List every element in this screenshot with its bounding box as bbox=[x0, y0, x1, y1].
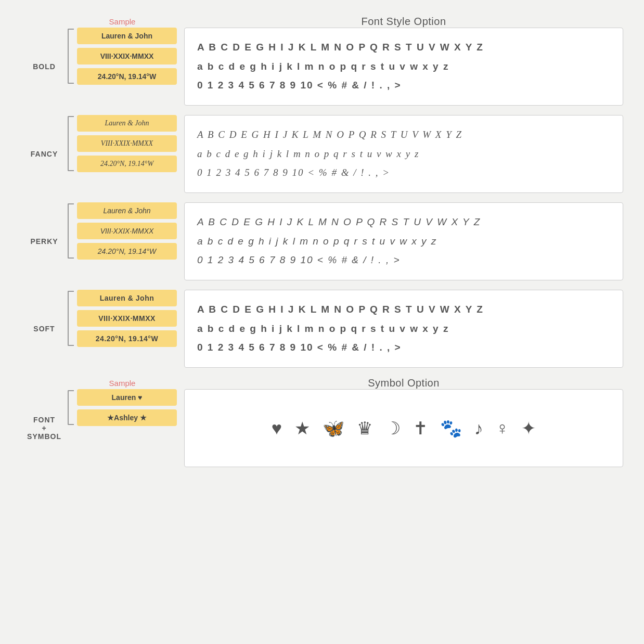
symbol-row: ♥★🦋♛☽✝🐾♪♀✦ bbox=[272, 418, 536, 439]
charset-box-soft: A B C D E G H I J K L M N O P Q R S T U … bbox=[184, 290, 623, 368]
bracket-left-perky bbox=[68, 203, 74, 259]
bracket-samples-bold: Lauren & JohnVIII·XXIX·MMXX24.20°N, 19.1… bbox=[68, 28, 177, 85]
sample-pills-soft: Lauren & JohnVIII·XXIX·MMXX24.20°N, 19.1… bbox=[77, 290, 177, 347]
symbol-option-header: Symbol Option bbox=[184, 377, 623, 389]
font-section-font-symbol: FONT + SYMBOLLauren ♥★Ashley ★♥★🦋♛☽✝🐾♪♀✦ bbox=[21, 389, 623, 467]
charset-line-soft-0: A B C D E G H I J K L M N O P Q R S T U … bbox=[197, 302, 610, 317]
sample-pills-bold: Lauren & JohnVIII·XXIX·MMXX24.20°N, 19.1… bbox=[77, 28, 177, 85]
symbol-box: ♥★🦋♛☽✝🐾♪♀✦ bbox=[184, 389, 623, 467]
symbol-icon-8: ♀ bbox=[496, 418, 509, 439]
symbol-icon-2: 🦋 bbox=[323, 418, 344, 439]
sample-column-header: Sample bbox=[68, 17, 177, 26]
section-label-fancy: FANCY bbox=[21, 115, 68, 193]
charset-box-bold: A B C D E G H I J K L M N O P Q R S T U … bbox=[184, 28, 623, 106]
section-label-perky: PERKY bbox=[21, 202, 68, 280]
bracket-samples-perky: Lauren & JohnVIII·XXIX·MMXX24.20°N, 19.1… bbox=[68, 202, 177, 260]
sample-pill-perky-0: Lauren & John bbox=[77, 202, 177, 219]
bracket-left-font-symbol bbox=[68, 390, 74, 425]
charset-line-fancy-0: A B C D E G H I J K L M N O P Q R S T U … bbox=[197, 127, 610, 143]
section-label-bold: BOLD bbox=[21, 28, 68, 106]
charset-line-bold-2: 0 1 2 3 4 5 6 7 8 9 10 < % # & / ! . , > bbox=[197, 78, 610, 93]
sample-pill-font-symbol-1: ★Ashley ★ bbox=[77, 409, 177, 426]
charset-line-perky-0: A B C D E G H I J K L M N O P Q R S T U … bbox=[197, 215, 610, 230]
symbol-icon-4: ☽ bbox=[385, 418, 401, 439]
charset-line-perky-1: a b c d e g h i j k l m n o p q r s t u … bbox=[197, 234, 610, 249]
symbol-icon-1: ★ bbox=[294, 418, 310, 439]
font-section-fancy: FANCYLauren & JohnVIII·XXIX·MMXX24.20°N,… bbox=[21, 115, 623, 193]
header-row: Sample Font Style Option bbox=[21, 16, 623, 28]
symbol-section-container: FONT + SYMBOLLauren ♥★Ashley ★♥★🦋♛☽✝🐾♪♀✦ bbox=[21, 389, 623, 467]
charset-line-fancy-2: 0 1 2 3 4 5 6 7 8 9 10 < % # & / ! . , > bbox=[197, 165, 610, 181]
symbol-icon-6: 🐾 bbox=[440, 418, 462, 439]
sample-pill-perky-2: 24.20°N, 19.14°W bbox=[77, 243, 177, 260]
bracket-samples-fancy: Lauren & JohnVIII·XXIX·MMXX24.20°N, 19.1… bbox=[68, 115, 177, 172]
symbol-icon-7: ♪ bbox=[474, 418, 483, 439]
symbol-header-row: Sample Symbol Option bbox=[21, 377, 623, 389]
bracket-left-bold bbox=[68, 29, 74, 84]
charset-line-soft-1: a b c d e g h i j k l m n o p q r s t u … bbox=[197, 321, 610, 337]
charset-line-bold-0: A B C D E G H I J K L M N O P Q R S T U … bbox=[197, 40, 610, 55]
sample-pill-bold-2: 24.20°N, 19.14°W bbox=[77, 68, 177, 85]
charset-line-bold-1: a b c d e g h i j k l m n o p q r s t u … bbox=[197, 59, 610, 74]
samples-col-perky: Lauren & JohnVIII·XXIX·MMXX24.20°N, 19.1… bbox=[68, 202, 177, 260]
sample-pill-fancy-0: Lauren & John bbox=[77, 115, 177, 132]
sample-pill-bold-1: VIII·XXIX·MMXX bbox=[77, 48, 177, 65]
font-section-soft: SOFTLauren & JohnVIII·XXIX·MMXX24.20°N, … bbox=[21, 290, 623, 368]
sample-pill-soft-0: Lauren & John bbox=[77, 290, 177, 306]
sample-pill-perky-1: VIII·XXIX·MMXX bbox=[77, 223, 177, 239]
font-section-bold: BOLDLauren & JohnVIII·XXIX·MMXX24.20°N, … bbox=[21, 28, 623, 106]
sample-pill-bold-0: Lauren & John bbox=[77, 28, 177, 44]
bracket-samples-soft: Lauren & JohnVIII·XXIX·MMXX24.20°N, 19.1… bbox=[68, 290, 177, 347]
section-label-soft: SOFT bbox=[21, 290, 68, 368]
charset-line-soft-2: 0 1 2 3 4 5 6 7 8 9 10 < % # & / ! . , > bbox=[197, 340, 610, 355]
sample-pill-soft-2: 24.20°N, 19.14°W bbox=[77, 330, 177, 347]
symbol-icon-3: ♛ bbox=[357, 418, 372, 439]
sample-pill-font-symbol-0: Lauren ♥ bbox=[77, 389, 177, 406]
sample-pill-soft-1: VIII·XXIX·MMXX bbox=[77, 310, 177, 327]
sample-pill-fancy-2: 24.20°N, 19.14°W bbox=[77, 156, 177, 172]
charset-line-fancy-1: a b c d e g h i j k l m n o p q r s t u … bbox=[197, 147, 610, 162]
samples-col-font-symbol: Lauren ♥★Ashley ★ bbox=[68, 389, 177, 426]
sample-pills-perky: Lauren & JohnVIII·XXIX·MMXX24.20°N, 19.1… bbox=[77, 202, 177, 260]
bracket-left-soft bbox=[68, 291, 74, 346]
sample-pill-fancy-1: VIII·XXIX·MMXX bbox=[77, 135, 177, 152]
samples-col-bold: Lauren & JohnVIII·XXIX·MMXX24.20°N, 19.1… bbox=[68, 28, 177, 85]
font-style-option-header: Font Style Option bbox=[184, 16, 623, 28]
samples-col-fancy: Lauren & JohnVIII·XXIX·MMXX24.20°N, 19.1… bbox=[68, 115, 177, 172]
charset-line-perky-2: 0 1 2 3 4 5 6 7 8 9 10 < % # & / ! . , > bbox=[197, 253, 610, 268]
sample-pills-font-symbol: Lauren ♥★Ashley ★ bbox=[77, 389, 177, 426]
symbol-icon-5: ✝ bbox=[413, 418, 428, 439]
sample-pills-fancy: Lauren & JohnVIII·XXIX·MMXX24.20°N, 19.1… bbox=[77, 115, 177, 172]
charset-box-perky: A B C D E G H I J K L M N O P Q R S T U … bbox=[184, 202, 623, 280]
font-sections-container: BOLDLauren & JohnVIII·XXIX·MMXX24.20°N, … bbox=[21, 28, 623, 368]
samples-col-soft: Lauren & JohnVIII·XXIX·MMXX24.20°N, 19.1… bbox=[68, 290, 177, 347]
symbol-icon-9: ✦ bbox=[521, 418, 536, 439]
symbol-icon-0: ♥ bbox=[272, 418, 282, 439]
sample-column-header-bottom: Sample bbox=[68, 379, 177, 388]
section-label-font-symbol: FONT + SYMBOL bbox=[21, 389, 68, 467]
charset-box-fancy: A B C D E G H I J K L M N O P Q R S T U … bbox=[184, 115, 623, 193]
font-section-perky: PERKYLauren & JohnVIII·XXIX·MMXX24.20°N,… bbox=[21, 202, 623, 280]
bracket-left-fancy bbox=[68, 116, 74, 171]
